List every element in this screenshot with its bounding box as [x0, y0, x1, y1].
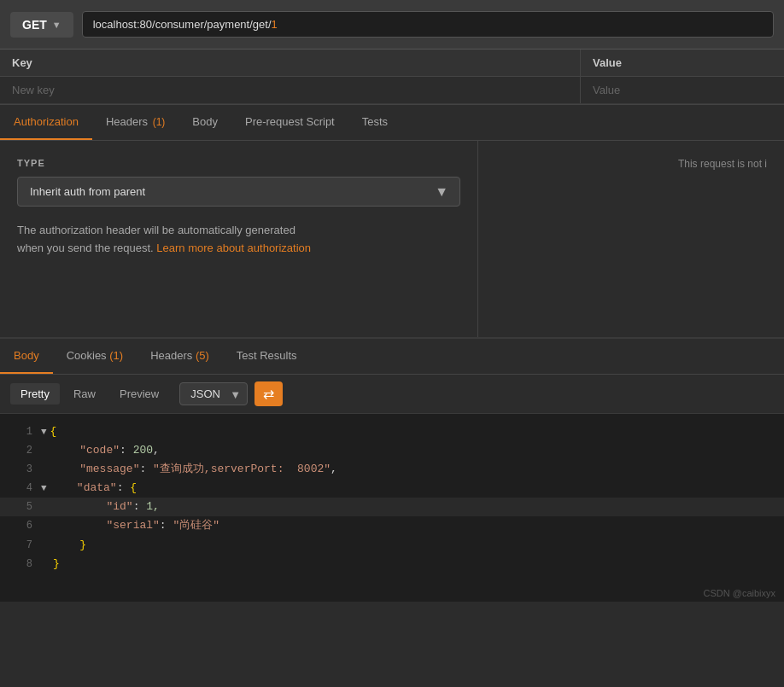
auth-description: The authorization header will be automat… [17, 222, 460, 258]
tab-authorization[interactable]: Authorization [0, 105, 92, 140]
code-line: 8} [0, 555, 784, 573]
code-plain: : [120, 444, 133, 457]
code-content: "serial": "尚硅谷" [53, 516, 219, 535]
line-number: 6 [9, 517, 32, 534]
url-bar: GET ▼ localhost:80/consumer/payment/get/… [0, 0, 784, 49]
code-brace: } [53, 557, 60, 570]
wrap-icon: ⇄ [263, 387, 274, 401]
params-new-key[interactable]: New key [0, 77, 581, 103]
auth-left-panel: TYPE Inherit auth from parent No Auth Be… [0, 141, 478, 337]
code-line: 5 "id": 1, [0, 498, 784, 516]
preview-button[interactable]: Preview [109, 383, 169, 405]
code-line: 7 } [0, 536, 784, 555]
code-plain [53, 463, 79, 475]
code-string: "查询成功,serverPort: 8002" [153, 463, 331, 475]
json-format-select[interactable]: JSON XML HTML Text [179, 382, 248, 405]
collapse-arrow-icon[interactable]: ▼ [41, 480, 47, 497]
code-brace: { [50, 425, 57, 438]
line-number: 4 [9, 480, 32, 497]
format-bar: Pretty Raw Preview JSON XML HTML Text ▼ … [0, 375, 784, 414]
auth-type-select[interactable]: Inherit auth from parent No Auth Bearer … [17, 177, 460, 207]
tab-prerequest[interactable]: Pre-request Script [231, 105, 348, 140]
code-content: "message": "查询成功,serverPort: 8002", [53, 460, 337, 479]
tab-body[interactable]: Body [178, 105, 231, 140]
code-content: } [53, 536, 86, 555]
code-key: "serial" [106, 519, 159, 532]
collapse-arrow-icon[interactable]: ▼ [41, 424, 47, 440]
code-content: "code": 200, [53, 441, 160, 460]
code-line: 1▼ { [0, 422, 784, 441]
resp-tab-cookies[interactable]: Cookies (1) [53, 339, 137, 374]
method-label: GET [22, 18, 47, 32]
code-content: { [50, 422, 57, 441]
pretty-button[interactable]: Pretty [10, 383, 60, 405]
wrap-button[interactable]: ⇄ [255, 381, 283, 406]
code-number: 1, [146, 500, 160, 513]
type-label: TYPE [17, 158, 460, 168]
code-area: 1▼ {2 "code": 200,3 "message": "查询成功,ser… [0, 414, 784, 585]
code-plain [50, 481, 77, 494]
url-display[interactable]: localhost:80/consumer/payment/get/1 [82, 11, 774, 38]
auth-right-panel: This request is not i [478, 141, 784, 337]
learn-more-link[interactable]: Learn more about authorization [156, 242, 311, 254]
code-line: 6 "serial": "尚硅谷" [0, 516, 784, 535]
code-plain [53, 500, 106, 513]
code-plain: , [331, 463, 337, 475]
tab-headers[interactable]: Headers (1) [92, 105, 178, 140]
code-brace: } [79, 539, 86, 551]
code-plain [53, 539, 79, 551]
url-highlight: 1 [272, 18, 278, 31]
method-chevron-icon: ▼ [52, 20, 61, 30]
method-button[interactable]: GET ▼ [10, 12, 73, 38]
params-table: Key Value New key Value [0, 49, 784, 105]
code-plain: : [160, 519, 173, 532]
url-base: localhost:80/consumer/payment/get/ [93, 18, 272, 31]
params-new-row: New key Value [0, 77, 784, 104]
code-plain: : [117, 481, 131, 494]
json-format-wrapper: JSON XML HTML Text ▼ [179, 382, 248, 405]
line-number: 8 [9, 556, 32, 573]
code-key: "message" [79, 463, 139, 475]
line-number: 1 [9, 423, 32, 440]
resp-tab-test-results[interactable]: Test Results [223, 339, 311, 374]
code-number: 200 [133, 444, 153, 457]
code-brace: { [130, 481, 137, 494]
params-value-header: Value [581, 49, 784, 76]
code-key: "id" [106, 500, 132, 513]
line-number: 5 [9, 498, 32, 515]
type-select-wrapper: Inherit auth from parent No Auth Bearer … [17, 177, 460, 207]
auth-tabs: Authorization Headers (1) Body Pre-reque… [0, 105, 784, 141]
code-content: } [53, 555, 60, 573]
code-content: "id": 1, [53, 498, 160, 516]
code-plain [53, 444, 79, 457]
code-plain: , [153, 444, 160, 457]
resp-tab-headers[interactable]: Headers (5) [137, 339, 223, 374]
code-plain: : [133, 500, 147, 513]
code-string: "尚硅谷" [173, 519, 219, 532]
line-number: 3 [9, 461, 32, 478]
code-line: 2 "code": 200, [0, 441, 784, 460]
line-number: 2 [9, 442, 32, 459]
code-plain [53, 519, 106, 532]
code-key: "code" [79, 444, 120, 457]
code-key: "data" [77, 481, 117, 494]
params-key-header: Key [0, 49, 581, 76]
code-line: 3 "message": "查询成功,serverPort: 8002", [0, 460, 784, 479]
auth-right-note: This request is not i [678, 158, 767, 170]
resp-tab-body[interactable]: Body [0, 339, 53, 374]
response-tabs: Body Cookies (1) Headers (5) Test Result… [0, 337, 784, 375]
params-new-value[interactable]: Value [581, 77, 784, 103]
auth-panel: TYPE Inherit auth from parent No Auth Be… [0, 141, 784, 337]
params-header: Key Value [0, 49, 784, 77]
code-content: "data": { [50, 479, 137, 498]
raw-button[interactable]: Raw [63, 383, 106, 405]
watermark: CSDN @caibixyx [0, 585, 784, 602]
tab-tests[interactable]: Tests [348, 105, 401, 140]
line-number: 7 [9, 537, 32, 554]
code-plain: : [139, 463, 153, 475]
code-line: 4▼ "data": { [0, 479, 784, 498]
